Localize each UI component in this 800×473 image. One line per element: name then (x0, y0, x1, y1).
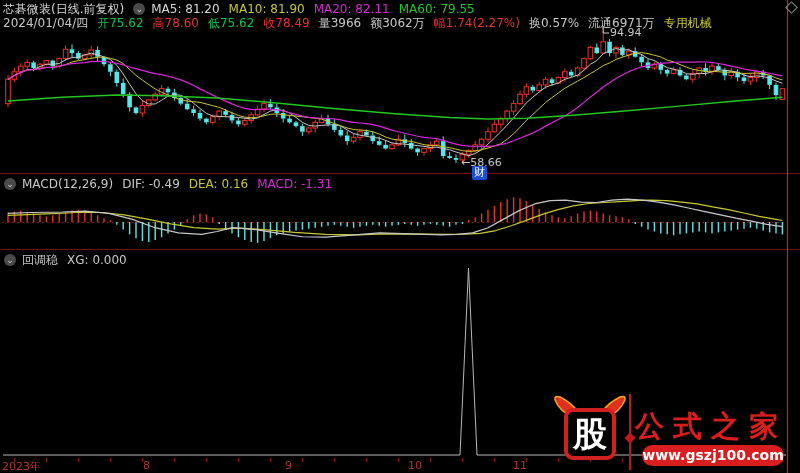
stat-item: 低75.62 (208, 16, 254, 30)
signal-title: 回调稳 (22, 253, 58, 267)
collapse-main-icon[interactable]: ⌄ (133, 3, 145, 15)
watermark-logo: 股 公式之家 www.gszj100.com (548, 392, 788, 472)
macd-value: DEA: 0.16 (189, 177, 248, 191)
stat-item: 收78.49 (263, 16, 309, 30)
stock-chart-window: 芯碁微装(日线.前复权) ⌄ MA5: 81.20MA10: 81.90MA20… (0, 0, 800, 473)
macd-value: MACD: -1.31 (257, 177, 332, 191)
logo-char: 股 (572, 414, 608, 454)
collapse-signal-icon[interactable]: ⌄ (4, 254, 16, 266)
finance-report-badge[interactable]: 财 (472, 166, 487, 180)
stat-item: 量3966 (319, 16, 362, 30)
collapse-macd-icon[interactable]: ⌄ (4, 178, 16, 190)
ma-label: MA10: 81.90 (229, 2, 305, 16)
macd-value: DIF: -0.49 (122, 177, 180, 191)
axis-month-label: 2023年 (2, 459, 41, 473)
macd-title: MACD(12,26,9) (22, 177, 113, 191)
stat-item: 2024/01/04/四 (3, 16, 88, 30)
brand-text: 公式之家 (634, 409, 787, 443)
axis-month-label: 9 (285, 459, 292, 472)
stat-item: 换0.57% (529, 16, 579, 30)
url-text[interactable]: www.gszj100.com (642, 447, 784, 463)
watermark-diamond-icon (624, 432, 635, 443)
signal-header: ⌄ 回调稳 XG: 0.000 (4, 253, 127, 267)
stat-item: 幅1.74(2.27%) (434, 16, 520, 30)
ma-label: MA60: 79.55 (399, 2, 475, 16)
stat-item: 开75.62 (97, 16, 143, 30)
kline-header: 芯碁微装(日线.前复权) ⌄ MA5: 81.20MA10: 81.90MA20… (3, 2, 484, 16)
low-arrow-icon: ← (461, 156, 470, 169)
axis-month-label: 8 (143, 459, 150, 472)
ma-value-labels: MA5: 81.20MA10: 81.90MA20: 82.11MA60: 79… (151, 2, 484, 16)
macd-value-labels: DIF: -0.49DEA: 0.16MACD: -1.31 (122, 177, 341, 191)
axis-month-label: 11 (513, 459, 527, 472)
signal-value: XG: 0.000 (67, 253, 127, 267)
ma-label: MA5: 81.20 (151, 2, 219, 16)
high-price-label: 94.94 (610, 26, 642, 39)
stat-item: 高78.60 (153, 16, 199, 30)
macd-header: ⌄ MACD(12,26,9) DIF: -0.49DEA: 0.16MACD:… (4, 177, 341, 191)
stock-title: 芯碁微装(日线.前复权) (3, 2, 124, 16)
stat-item: 额3062万 (370, 16, 425, 30)
axis-month-label: 10 (408, 459, 422, 472)
stat-item: 专用机械 (664, 16, 712, 30)
ma-label: MA20: 82.11 (314, 2, 390, 16)
